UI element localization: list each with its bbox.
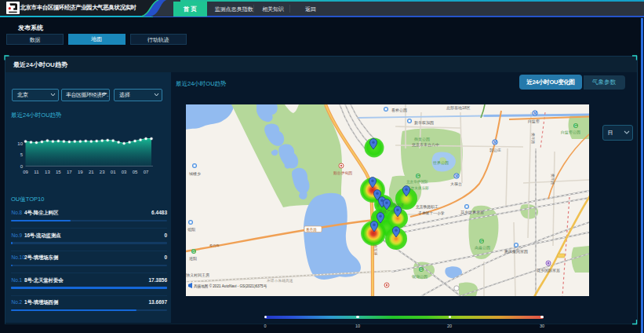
svg-text:北京市丰台八中: 北京市丰台八中 xyxy=(412,142,439,148)
svg-text:世界公园: 世界公园 xyxy=(432,160,449,166)
svg-text:花乡世界名居: 花乡世界名居 xyxy=(460,210,484,215)
svg-text:M: M xyxy=(533,112,537,115)
svg-text:巡阳: 巡阳 xyxy=(189,256,197,262)
svg-text:南五环: 南五环 xyxy=(373,244,377,256)
svg-text:23: 23 xyxy=(100,170,105,174)
svg-text:子弟第十一小学: 子弟第十一小学 xyxy=(418,210,445,216)
svg-text:G: G xyxy=(420,268,423,272)
svg-text:5: 5 xyxy=(20,152,24,157)
svg-text:花乡国际家居: 花乡国际家居 xyxy=(537,268,560,273)
svg-text:21: 21 xyxy=(89,170,94,174)
svg-text:11: 11 xyxy=(34,170,39,174)
svg-text:新华双加园: 新华双加园 xyxy=(414,120,434,126)
svg-text:G: G xyxy=(417,174,420,178)
svg-text:银湖公园: 银湖公园 xyxy=(412,274,428,280)
svg-text:看桥公园: 看桥公园 xyxy=(391,108,407,113)
svg-text:看丹路: 看丹路 xyxy=(209,243,220,247)
svg-text:05: 05 xyxy=(133,170,138,174)
svg-text:03: 03 xyxy=(122,170,127,174)
svg-text:大葆台: 大葆台 xyxy=(450,181,462,186)
svg-text:0: 0 xyxy=(20,164,24,169)
svg-text:10: 10 xyxy=(17,141,23,146)
svg-text:独义村回王房: 独义村回王房 xyxy=(186,273,209,278)
svg-text:17: 17 xyxy=(67,170,72,174)
svg-text:07: 07 xyxy=(144,170,149,174)
svg-text:惠保康闲家园: 惠保康闲家园 xyxy=(504,249,528,254)
svg-text:01: 01 xyxy=(111,170,116,174)
svg-text:15: 15 xyxy=(56,170,61,174)
svg-text:G: G xyxy=(192,250,195,254)
svg-text:看丹路: 看丹路 xyxy=(306,227,317,232)
svg-text:白盆窑公园: 白盆窑公园 xyxy=(561,130,580,135)
svg-text:M: M xyxy=(455,174,458,178)
svg-text:G: G xyxy=(480,240,483,243)
svg-text:御泉公园: 御泉公园 xyxy=(414,137,430,142)
svg-text:总部基地18区: 总部基地18区 xyxy=(446,105,471,111)
svg-text:M: M xyxy=(493,141,497,145)
svg-text:13: 13 xyxy=(45,170,50,174)
svg-text:高德地图 © 2021 AutoNavi - GS(2021: 高德地图 © 2021 AutoNavi - GS(2021)6375号 xyxy=(194,284,267,289)
svg-text:城楼乡: 城楼乡 xyxy=(188,171,201,176)
svg-text:郭公庄: 郭公庄 xyxy=(489,148,501,153)
svg-text:北京铁路职工: 北京铁路职工 xyxy=(416,204,438,210)
svg-text:白盆窑: 白盆窑 xyxy=(528,119,540,124)
svg-text:高鑫公园: 高鑫公园 xyxy=(475,245,490,251)
svg-text:09: 09 xyxy=(23,170,28,174)
svg-text:G: G xyxy=(574,124,577,128)
svg-text:19: 19 xyxy=(78,170,83,174)
svg-text:馆阳: 馆阳 xyxy=(187,227,195,232)
